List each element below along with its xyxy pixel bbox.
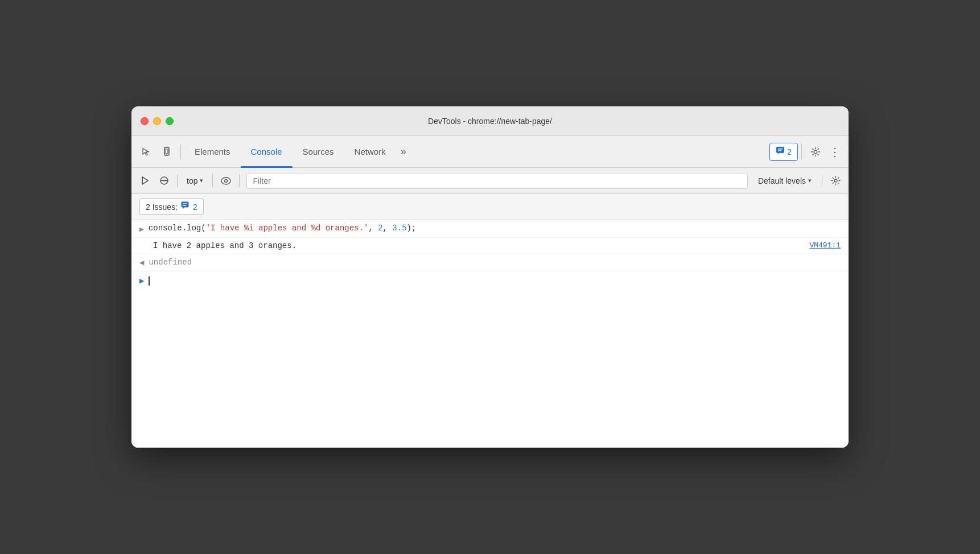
tabs-bar: Elements Console Sources Network »	[131, 136, 849, 168]
no-entry-icon	[159, 176, 169, 185]
inspect-element-button[interactable]	[136, 142, 157, 162]
settings-icon	[810, 147, 821, 157]
console-toolbar: top ▾ Default levels ▾	[131, 168, 849, 194]
cursor-icon	[141, 147, 151, 157]
gear-settings-icon	[831, 176, 841, 185]
chat-icon	[776, 146, 785, 158]
toolbar-divider-3	[239, 175, 240, 187]
console-log-row-1: ▶ console.log('I have %i apples and %d o…	[131, 220, 849, 238]
maximize-button[interactable]	[166, 117, 174, 125]
more-options-button[interactable]: ⋮	[826, 142, 844, 162]
devtools-window: DevTools - chrome://new-tab-page/	[131, 106, 849, 448]
levels-dropdown-icon: ▾	[808, 177, 812, 184]
eye-icon	[221, 177, 231, 185]
svg-point-13	[834, 179, 837, 182]
console-cursor	[149, 276, 150, 286]
stop-button[interactable]	[155, 172, 172, 189]
svg-point-11	[221, 177, 230, 184]
console-output: ▶ console.log('I have %i apples and %d o…	[131, 220, 849, 448]
more-tabs-button[interactable]: »	[396, 142, 411, 162]
console-output-row-1: I have 2 apples and 3 oranges. VM491:1	[131, 238, 849, 254]
console-input-row[interactable]: ▶	[131, 271, 849, 290]
close-button[interactable]	[141, 117, 149, 125]
console-settings-button[interactable]	[827, 172, 844, 189]
console-output-text: I have 2 apples and 3 oranges.	[153, 241, 297, 250]
eye-button[interactable]	[217, 172, 234, 189]
tab-elements[interactable]: Elements	[184, 136, 241, 168]
undefined-value: undefined	[149, 258, 192, 267]
settings-gear-button[interactable]	[805, 142, 826, 162]
return-arrow-icon: ◀	[139, 258, 144, 267]
issues-count-button[interactable]: 2	[769, 143, 798, 161]
issues-bar: 2 Issues: 2	[131, 194, 849, 220]
source-link[interactable]: VM491:1	[809, 241, 841, 250]
tab-network[interactable]: Network	[344, 136, 396, 168]
tab-console[interactable]: Console	[241, 136, 293, 168]
svg-point-12	[225, 179, 228, 182]
svg-rect-2	[165, 149, 168, 154]
issues-badge-button[interactable]: 2 Issues: 2	[139, 199, 204, 215]
play-icon	[140, 176, 150, 185]
toolbar-divider-4	[822, 175, 822, 187]
tab-divider-2	[801, 144, 802, 160]
traffic-lights	[141, 117, 174, 125]
context-selector-button[interactable]: top ▾	[182, 173, 208, 189]
devtools-content: Elements Console Sources Network »	[131, 136, 849, 448]
tab-sources[interactable]: Sources	[293, 136, 344, 168]
svg-point-6	[814, 150, 817, 154]
svg-rect-14	[182, 202, 189, 208]
toggle-device-toolbar-button[interactable]	[157, 142, 177, 162]
window-title: DevTools - chrome://new-tab-page/	[428, 117, 552, 126]
toolbar-divider-2	[212, 175, 213, 187]
filter-input[interactable]	[246, 173, 747, 189]
dropdown-arrow-icon: ▾	[200, 177, 203, 184]
minimize-button[interactable]	[153, 117, 161, 125]
log-levels-button[interactable]: Default levels ▾	[752, 173, 817, 189]
expand-arrow[interactable]: ▶	[139, 225, 144, 234]
console-log-code: console.log('I have %i apples and %d ora…	[149, 224, 841, 233]
toolbar-divider-1	[177, 175, 178, 187]
console-prompt-symbol: ▶	[139, 276, 144, 286]
svg-rect-3	[776, 147, 784, 153]
mobile-icon	[162, 147, 172, 157]
console-return-row-1: ◀ undefined	[131, 254, 849, 271]
title-bar: DevTools - chrome://new-tab-page/	[131, 106, 849, 136]
clear-console-button[interactable]	[136, 172, 153, 189]
svg-marker-7	[142, 177, 148, 184]
tab-divider-1	[180, 144, 181, 160]
issues-chat-icon	[181, 201, 190, 212]
